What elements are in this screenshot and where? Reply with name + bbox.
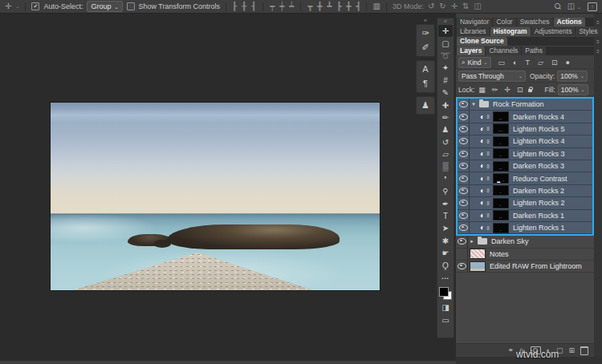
marquee-tool[interactable]: ▢ (438, 37, 453, 49)
visibility-toggle[interactable] (456, 236, 468, 247)
layer-row[interactable]: ◐∞∙Lighten Rocks 4 (458, 135, 592, 148)
3d-camera-icon[interactable]: ◫ (474, 2, 481, 10)
visibility-toggle[interactable] (458, 222, 470, 233)
opacity-dropdown[interactable]: 100% ⌄ (557, 71, 588, 82)
dodge-tool[interactable]: ⚲ (438, 185, 453, 197)
tab-libraries[interactable]: Libraries (457, 27, 490, 36)
tab-paths[interactable]: Paths (522, 47, 546, 55)
filter-smart-objects-icon[interactable]: ⊡ (551, 59, 558, 67)
lock-image-pixels-icon[interactable]: ✏ (492, 86, 498, 94)
layer-thumbnail[interactable] (470, 261, 486, 272)
lock-artboard-icon[interactable]: ⊡ (517, 86, 523, 94)
tab-channels[interactable]: Channels (486, 47, 521, 55)
layer-row[interactable]: ◐∞∙Lighten Rocks 2 (458, 197, 592, 209)
filter-pixel-layers-icon[interactable]: ▭ (498, 59, 506, 67)
color-swatches[interactable] (439, 287, 452, 300)
layer-mask-thumbnail[interactable]: ∙ (493, 223, 509, 233)
character-panel-icon[interactable]: A (422, 65, 428, 74)
clone-source-panel-icon[interactable]: ♟ (421, 101, 429, 110)
tab-swatches[interactable]: Swatches (517, 18, 553, 26)
layer-row[interactable]: ◐∞∙∙∙Lighten Rocks 5 (458, 123, 592, 135)
distribute-top-edges-icon[interactable]: ┳ (307, 2, 312, 10)
quick-mask-mode-button[interactable]: ◨ (438, 301, 453, 313)
distribute-bottom-edges-icon[interactable]: ┻ (327, 2, 332, 10)
share-icon[interactable]: ↑ (588, 2, 597, 11)
collapse-toolbar-chevron-icon[interactable]: « (444, 18, 447, 25)
visibility-toggle[interactable] (458, 111, 470, 122)
layer-thumbnail[interactable] (470, 249, 486, 259)
show-transform-checkbox[interactable] (127, 2, 135, 10)
align-horizontal-centers-icon[interactable]: ╂ (242, 2, 246, 10)
distribute-left-edges-icon[interactable]: ┣ (336, 2, 341, 10)
panel-menu-icon[interactable]: ≡ (595, 19, 601, 26)
visibility-toggle[interactable] (458, 210, 470, 221)
lasso-tool[interactable]: ➰ (438, 50, 453, 62)
crop-tool[interactable]: # (438, 75, 453, 87)
history-brush-tool[interactable]: ↺ (438, 136, 453, 148)
distribute-horizontal-centers-icon[interactable]: ╋ (346, 2, 351, 10)
layer-row[interactable]: ▸Darken Sky (456, 236, 594, 248)
layer-row[interactable]: ◐∞∙∙Darken Rocks 3 (458, 160, 592, 172)
3d-pan-icon[interactable]: ✛ (451, 2, 458, 10)
tab-adjustments[interactable]: Adjustments (531, 27, 576, 36)
lock-transparent-pixels-icon[interactable]: ▦ (478, 86, 486, 94)
filter-shape-layers-icon[interactable]: ▱ (538, 59, 543, 67)
panel-menu-icon[interactable]: ≡ (595, 38, 601, 45)
align-right-edges-icon[interactable]: ┨ (251, 2, 256, 10)
layer-mask-thumbnail[interactable]: ∙∙ (493, 161, 509, 172)
3d-roll-icon[interactable]: ↻ (439, 2, 445, 10)
layer-mask-thumbnail[interactable]: ∙∙ (493, 111, 509, 122)
tab-layers[interactable]: Layers (457, 47, 485, 55)
layer-mask-thumbnail[interactable]: ▂ ∙ (493, 173, 509, 184)
document-canvas[interactable] (51, 103, 380, 290)
layer-row[interactable]: ◐∞∙Lighten Rocks 1 (458, 222, 592, 234)
tool-preset-chevron-icon[interactable]: ⌄ (15, 4, 19, 9)
distribute-right-edges-icon[interactable]: ┫ (356, 2, 360, 10)
visibility-toggle[interactable] (458, 172, 470, 184)
brush-settings-panel-icon[interactable]: ✑ (421, 29, 429, 38)
layer-mask-thumbnail[interactable]: ∙∙∙ (493, 123, 509, 134)
visibility-toggle[interactable] (456, 261, 468, 272)
visibility-toggle[interactable] (456, 249, 468, 260)
type-tool[interactable]: T (438, 210, 453, 222)
eyedropper-tool[interactable]: ✎ (438, 87, 453, 99)
layer-row[interactable]: ◐∞∙∙Darken Rocks 1 (458, 210, 592, 222)
layer-row[interactable]: ▾Rock Formation (458, 99, 592, 111)
layer-row[interactable]: ◐∞∙∙Darken Rocks 4 (458, 111, 592, 123)
paragraph-panel-icon[interactable]: ¶ (423, 79, 428, 88)
filter-adjustment-layers-icon[interactable]: ◐ (513, 59, 517, 67)
layer-mask-thumbnail[interactable]: ∙ (493, 136, 509, 147)
gradient-tool[interactable]: ▒ (438, 160, 453, 172)
layer-row[interactable]: Edited RAW From Lightroom (456, 261, 594, 273)
fill-dropdown[interactable]: 100% ⌄ (558, 84, 588, 95)
shape-tool[interactable]: ✱ (438, 235, 453, 247)
screen-mode-button[interactable]: ▭ (438, 314, 453, 326)
brush-tool[interactable]: ✏ (438, 111, 453, 123)
align-vertical-centers-icon[interactable]: ┿ (279, 2, 284, 10)
caret-right-icon[interactable]: ▸ (468, 238, 476, 245)
align-left-edges-icon[interactable]: ┠ (232, 2, 237, 10)
brush-presets-panel-icon[interactable]: ✐ (421, 43, 429, 52)
layer-row[interactable]: ◐∞∙Darken Rocks 2 (458, 185, 592, 197)
align-top-edges-icon[interactable]: ┯ (270, 2, 275, 10)
caret-down-icon[interactable]: ▾ (470, 101, 478, 107)
distribute-spacing-icon[interactable]: ▥ (372, 2, 380, 10)
tab-color[interactable]: Color (493, 18, 515, 26)
visibility-toggle[interactable] (458, 99, 470, 110)
eraser-tool[interactable]: ▱ (438, 148, 453, 160)
layer-mask-thumbnail[interactable]: ∙∙ (493, 210, 509, 220)
visibility-toggle[interactable] (458, 185, 470, 196)
visibility-toggle[interactable] (458, 123, 470, 135)
link-layers-icon[interactable]: ⚭ (507, 347, 514, 354)
tab-clone-source[interactable]: Clone Source (457, 37, 507, 46)
foreground-color-swatch[interactable] (439, 287, 449, 297)
healing-brush-tool[interactable]: ✚ (438, 99, 453, 111)
lock-position-icon[interactable]: ✛ (504, 86, 510, 94)
visibility-toggle[interactable] (458, 197, 470, 208)
tab-histogram[interactable]: Histogram (490, 27, 531, 36)
layer-mask-thumbnail[interactable]: ∙ (493, 148, 509, 159)
layer-row[interactable]: ◐∞▂ ∙Reduce Contrast (458, 172, 592, 184)
clone-stamp-tool[interactable]: ♟ (438, 123, 453, 135)
layer-row[interactable]: ◐∞∙Lighten Rocks 3 (458, 148, 592, 160)
auto-select-checkbox[interactable]: ✓ (31, 2, 39, 10)
